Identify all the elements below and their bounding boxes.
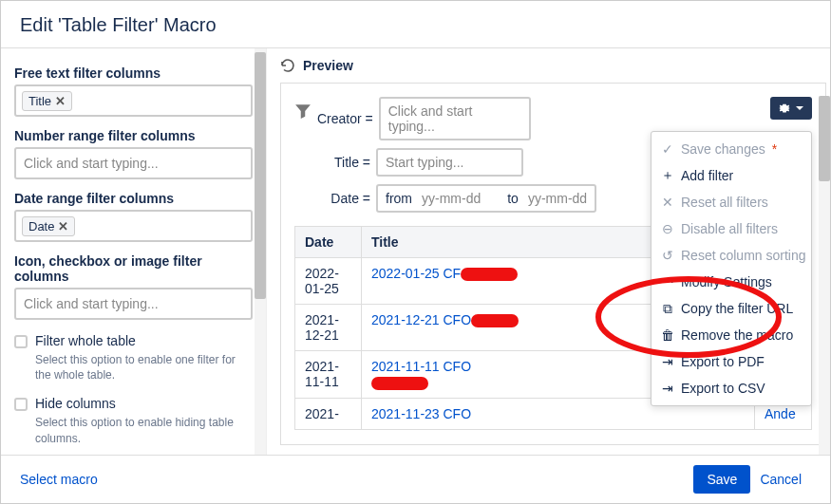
menu-modify-settings[interactable]: ⋯Modify Settings: [652, 269, 811, 295]
date-range-label: Date range filter columns: [14, 191, 253, 206]
check-icon: ✓: [661, 142, 674, 156]
remove-tag-icon[interactable]: ✕: [55, 94, 66, 108]
preview-content: Creator = Click and start typing... Titl…: [280, 83, 826, 445]
reset-icon: ↺: [661, 249, 674, 262]
filter-whole-table-desc: Select this option to enable one filter …: [35, 352, 253, 383]
hide-columns-checkbox[interactable]: [14, 398, 28, 411]
chevron-down-icon: [795, 103, 804, 113]
remove-tag-icon[interactable]: ✕: [58, 219, 68, 233]
menu-reset-filters[interactable]: ✕Reset all filters: [652, 189, 811, 215]
dialog-body: Free text filter columns Title ✕ Number …: [1, 48, 830, 455]
menu-remove-macro[interactable]: 🗑Remove the macro: [652, 322, 811, 348]
title-filter-label: Title =: [317, 155, 370, 170]
select-macro-link[interactable]: Select macro: [20, 472, 98, 487]
dialog-footer: Select macro Save Cancel: [1, 455, 830, 503]
hide-columns-row[interactable]: Hide columns: [14, 396, 253, 411]
free-text-label: Free text filter columns: [14, 65, 253, 81]
filter-whole-table-label: Filter whole table: [35, 333, 136, 348]
hide-columns-label: Hide columns: [35, 396, 116, 411]
row-title-link[interactable]: 2021-11-23 CFO: [371, 406, 471, 421]
save-button[interactable]: Save: [693, 465, 750, 494]
filter-whole-table-row[interactable]: Filter whole table: [14, 333, 253, 348]
funnel-icon: [294, 103, 312, 120]
date-range-input[interactable]: Date ✕: [14, 210, 253, 242]
close-icon: ✕: [661, 196, 674, 209]
icon-filter-label: Icon, checkbox or image filter columns: [14, 253, 253, 284]
menu-add-filter[interactable]: ＋Add filter: [652, 162, 811, 189]
date-filter-input[interactable]: from yy-mm-dd to yy-mm-dd: [376, 184, 596, 213]
export-icon: ⇥: [661, 355, 674, 368]
copy-icon: ⧉: [661, 302, 674, 315]
hide-columns-desc: Select this option to enable hiding tabl…: [35, 415, 253, 445]
menu-export-csv[interactable]: ⇥Export to CSV: [652, 375, 811, 401]
number-range-label: Number range filter columns: [14, 128, 253, 143]
date-filter-label: Date =: [317, 191, 370, 206]
config-panel: Free text filter columns Title ✕ Number …: [1, 48, 267, 455]
menu-reset-sorting[interactable]: ↺Reset column sorting: [652, 242, 811, 269]
date-tag[interactable]: Date ✕: [22, 216, 75, 236]
trash-icon: 🗑: [661, 328, 674, 342]
settings-button[interactable]: [770, 97, 812, 120]
macro-dialog: Edit 'Table Filter' Macro Free text filt…: [0, 0, 831, 504]
gear-icon: [778, 102, 791, 115]
filter-bar: Creator = Click and start typing... Titl…: [294, 97, 812, 213]
filter-whole-table-checkbox[interactable]: [14, 335, 28, 348]
settings-dropdown: ✓Save changes* ＋Add filter ✕Reset all fi…: [651, 131, 812, 406]
left-scrollbar[interactable]: [255, 48, 266, 455]
creator-filter-label: Creator =: [317, 111, 373, 126]
free-text-input[interactable]: Title ✕: [14, 84, 253, 117]
preview-header: Preview: [280, 58, 826, 73]
menu-save-changes[interactable]: ✓Save changes*: [652, 136, 811, 162]
creator-filter-input[interactable]: Click and start typing...: [379, 97, 531, 140]
plus-icon: ＋: [661, 169, 674, 182]
preview-label: Preview: [303, 58, 353, 73]
dialog-title: Edit 'Table Filter' Macro: [20, 14, 811, 36]
preview-panel: Preview Creator = Click and start typing…: [267, 48, 830, 455]
dots-icon: ⋯: [661, 275, 674, 289]
number-range-input[interactable]: Click and start typing...: [14, 147, 253, 179]
row-creator-link[interactable]: Ande: [765, 406, 796, 421]
cancel-button[interactable]: Cancel: [750, 465, 811, 494]
icon-filter-input[interactable]: Click and start typing...: [14, 288, 253, 320]
export-icon: ⇥: [661, 382, 674, 395]
title-filter-input[interactable]: Start typing...: [376, 148, 523, 177]
right-scrollbar[interactable]: [819, 96, 830, 455]
col-date[interactable]: Date: [295, 227, 362, 258]
menu-export-pdf[interactable]: ⇥Export to PDF: [652, 348, 811, 375]
menu-disable-filters[interactable]: ⊖Disable all filters: [652, 215, 811, 242]
free-text-tag[interactable]: Title ✕: [22, 91, 72, 111]
row-title-link[interactable]: 2022-01-25 CF: [371, 266, 461, 281]
row-title-link[interactable]: 2021-12-21 CFO: [371, 312, 471, 327]
refresh-icon[interactable]: [280, 58, 295, 73]
dialog-header: Edit 'Table Filter' Macro: [1, 1, 830, 48]
row-title-link[interactable]: 2021-11-11 CFO: [371, 359, 471, 374]
menu-copy-url[interactable]: ⧉Copy the filter URL: [652, 295, 811, 322]
disable-icon: ⊖: [661, 222, 674, 235]
